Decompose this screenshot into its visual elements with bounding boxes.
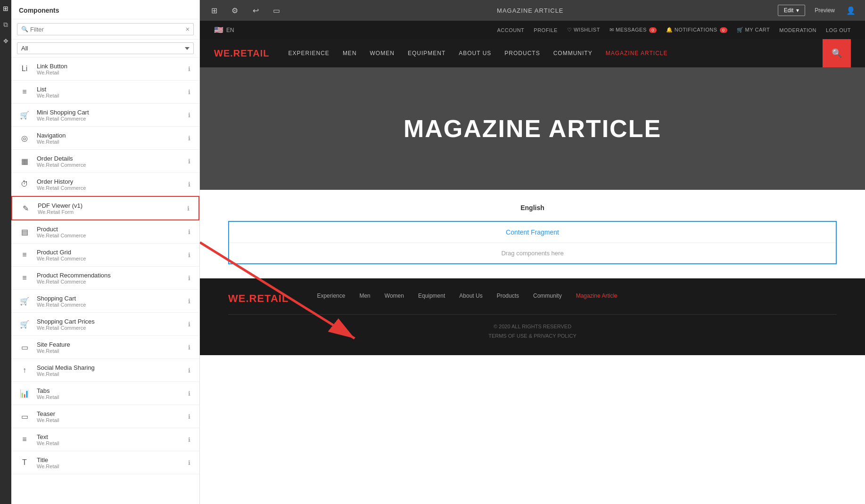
component-info-btn-order-details[interactable]: ℹ (184, 158, 194, 165)
component-name-social-media-sharing: Social Media Sharing (37, 364, 184, 371)
component-item-order-details[interactable]: ▦ Order Details We.Retail Commerce ℹ (11, 150, 199, 173)
component-info-btn-product[interactable]: ℹ (184, 228, 194, 236)
nav-men[interactable]: MEN (343, 50, 357, 57)
component-item-list[interactable]: ≡ List We.Retail ℹ (11, 81, 199, 104)
footer-nav-products[interactable]: Products (497, 293, 519, 299)
component-item-site-feature[interactable]: ▭ Site Feature We.Retail ℹ (11, 336, 199, 359)
component-icon-list: ≡ (17, 84, 32, 99)
cart-link[interactable]: 🛒 MY CART (737, 27, 770, 33)
component-info-btn-product-grid[interactable]: ℹ (184, 252, 194, 259)
nav-products[interactable]: PRODUCTS (504, 50, 540, 57)
footer-nav-about[interactable]: About Us (459, 293, 482, 299)
layout-icon[interactable]: ⊞ (207, 4, 221, 17)
edit-button[interactable]: Edit ▾ (778, 5, 806, 16)
component-name-mini-shopping-cart: Mini Shopping Cart (37, 109, 184, 116)
preview-area: 🇺🇸 EN ACCOUNT PROFILE ♡ WISHLIST ✉ MESSA… (200, 21, 865, 504)
component-info-btn-pdf-viewer[interactable]: ℹ (183, 205, 193, 212)
filter-input[interactable] (30, 26, 184, 33)
component-info-btn-shopping-cart-prices[interactable]: ℹ (184, 321, 194, 328)
component-icon-order-details: ▦ (17, 154, 32, 169)
component-item-pdf-viewer[interactable]: ✎ PDF Viewer (v1) We.Retail Form ℹ (11, 196, 199, 220)
component-info-btn-order-history[interactable]: ℹ (184, 181, 194, 188)
toolbar-right: Edit ▾ Preview 👤 (778, 5, 857, 16)
components-icon[interactable]: ⊞ (1, 5, 10, 12)
category-select[interactable]: All We.Retail We.Retail Commerce We.Reta… (17, 42, 194, 54)
content-fragment-label[interactable]: Content Fragment (229, 222, 836, 243)
preview-button[interactable]: Preview (809, 5, 840, 16)
footer-nav-women[interactable]: Women (385, 293, 404, 299)
component-icon-link-button: Li (17, 61, 32, 76)
component-group-link-button: We.Retail (37, 70, 184, 75)
lang-selector[interactable]: 🇺🇸 EN (214, 25, 234, 34)
component-info-btn-shopping-cart[interactable]: ℹ (184, 298, 194, 305)
search-button[interactable]: 🔍 (823, 39, 851, 67)
nav-about[interactable]: ABOUT US (459, 50, 491, 57)
component-item-product-recommendations[interactable]: ≡ Product Recommendations We.Retail Comm… (11, 267, 199, 290)
footer-nav-men[interactable]: Men (359, 293, 370, 299)
component-item-link-button[interactable]: Li Link Button We.Retail ℹ (11, 57, 199, 81)
component-item-teaser[interactable]: ▭ Teaser We.Retail ℹ (11, 405, 199, 428)
footer-nav-magazine[interactable]: Magazine Article (576, 293, 618, 299)
account-link[interactable]: ACCOUNT (497, 27, 524, 33)
logout-link[interactable]: LOG OUT (826, 27, 851, 33)
component-info-btn-title[interactable]: ℹ (184, 459, 194, 466)
component-info-list: List We.Retail (37, 86, 184, 98)
undo-icon[interactable]: ↩ (249, 4, 262, 17)
site-logo[interactable]: WE.RETAIL (214, 48, 270, 59)
component-item-order-history[interactable]: ⏱ Order History We.Retail Commerce ℹ (11, 173, 199, 196)
moderation-link[interactable]: MODERATION (779, 27, 816, 33)
profile-link[interactable]: PROFILE (534, 27, 558, 33)
component-item-product[interactable]: ▤ Product We.Retail Commerce ℹ (11, 220, 199, 244)
component-icon-teaser: ▭ (17, 409, 32, 424)
component-item-text[interactable]: ≡ Text We.Retail ℹ (11, 428, 199, 451)
component-icon-product-recommendations: ≡ (17, 270, 32, 285)
component-info-btn-social-media-sharing[interactable]: ℹ (184, 367, 194, 374)
user-icon[interactable]: 👤 (844, 6, 857, 15)
component-item-shopping-cart[interactable]: 🛒 Shopping Cart We.Retail Commerce ℹ (11, 290, 199, 313)
component-info-product-recommendations: Product Recommendations We.Retail Commer… (37, 272, 184, 285)
component-item-social-media-sharing[interactable]: ↑ Social Media Sharing We.Retail ℹ (11, 359, 199, 382)
layers-icon[interactable]: ⧉ (1, 21, 10, 29)
nav-experience[interactable]: EXPERIENCE (288, 50, 330, 57)
footer-logo-retail: RETAIL (249, 293, 289, 304)
component-name-shopping-cart: Shopping Cart (37, 295, 184, 302)
site-nav-links: EXPERIENCE MEN WOMEN EQUIPMENT ABOUT US … (288, 50, 823, 57)
component-info-btn-tabs[interactable]: ℹ (184, 390, 194, 397)
component-item-product-grid[interactable]: ≡ Product Grid We.Retail Commerce ℹ (11, 244, 199, 267)
component-info-btn-navigation[interactable]: ℹ (184, 135, 194, 142)
component-item-title[interactable]: T Title We.Retail ℹ (11, 451, 199, 474)
nav-magazine[interactable]: MAGAZINE ARTICLE (606, 50, 668, 57)
component-item-navigation[interactable]: ◎ Navigation We.Retail ℹ (11, 127, 199, 150)
component-item-mini-shopping-cart[interactable]: 🛒 Mini Shopping Cart We.Retail Commerce … (11, 104, 199, 127)
nav-community[interactable]: COMMUNITY (553, 50, 593, 57)
sliders-icon[interactable]: ⚙ (228, 4, 241, 17)
component-info-btn-product-recommendations[interactable]: ℹ (184, 275, 194, 282)
component-info-btn-site-feature[interactable]: ℹ (184, 344, 194, 351)
component-icon-navigation: ◎ (17, 130, 32, 146)
component-icon-text: ≡ (17, 432, 32, 447)
messages-link[interactable]: ✉ MESSAGES 0 (610, 27, 657, 33)
component-info-btn-teaser[interactable]: ℹ (184, 413, 194, 420)
footer-nav-community[interactable]: Community (533, 293, 562, 299)
component-icon-site-feature: ▭ (17, 340, 32, 355)
component-info-btn-link-button[interactable]: ℹ (184, 65, 194, 73)
component-item-tabs[interactable]: 📊 Tabs We.Retail ℹ (11, 382, 199, 405)
component-name-link-button: Link Button (37, 63, 184, 70)
footer-nav-experience[interactable]: Experience (317, 293, 345, 299)
footer-nav-equipment[interactable]: Equipment (418, 293, 445, 299)
tree-icon[interactable]: ❖ (1, 37, 10, 45)
component-info-btn-text[interactable]: ℹ (184, 436, 194, 443)
content-fragment-box: Content Fragment Drag components here (228, 221, 837, 264)
wishlist-link[interactable]: ♡ WISHLIST (567, 27, 600, 33)
component-info-btn-mini-shopping-cart[interactable]: ℹ (184, 112, 194, 119)
nav-women[interactable]: WOMEN (370, 50, 395, 57)
component-group-product-recommendations: We.Retail Commerce (37, 279, 184, 285)
component-item-shopping-cart-prices[interactable]: 🛒 Shopping Cart Prices We.Retail Commerc… (11, 313, 199, 336)
filter-clear-button[interactable]: × (186, 25, 189, 33)
footer-logo: WE.RETAIL (228, 293, 288, 305)
component-info-btn-list[interactable]: ℹ (184, 89, 194, 96)
component-name-order-details: Order Details (37, 155, 184, 162)
device-icon[interactable]: ▭ (270, 4, 283, 17)
notifications-link[interactable]: 🔔 NOTIFICATIONS 0 (666, 27, 727, 33)
nav-equipment[interactable]: EQUIPMENT (408, 50, 445, 57)
